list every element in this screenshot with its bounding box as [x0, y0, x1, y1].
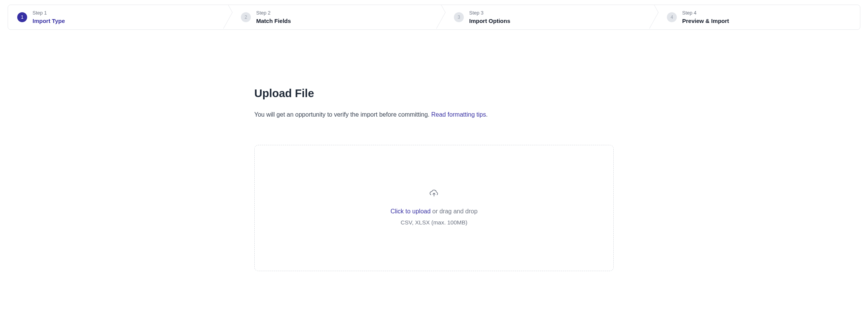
step-overline: Step 4: [682, 10, 729, 16]
step-number-badge: 2: [241, 12, 251, 22]
click-to-upload-label: Click to upload: [390, 208, 431, 214]
step-match-fields[interactable]: 2 Step 2 Match Fields: [221, 5, 434, 29]
description-text: You will get an opportunity to verify th…: [254, 111, 431, 118]
description-suffix: .: [486, 111, 488, 118]
step-title: Import Type: [33, 17, 65, 25]
step-overline: Step 3: [469, 10, 510, 16]
main-content: Upload File You will get an opportunity …: [254, 87, 614, 271]
step-import-options[interactable]: 3 Step 3 Import Options: [434, 5, 647, 29]
step-overline: Step 1: [33, 10, 65, 16]
step-title: Import Options: [469, 17, 510, 25]
formatting-tips-link[interactable]: Read formatting tips: [431, 111, 486, 118]
step-preview-import[interactable]: 4 Step 4 Preview & Import: [647, 5, 860, 29]
step-number-badge: 1: [17, 12, 27, 22]
step-title: Match Fields: [256, 17, 291, 25]
step-title: Preview & Import: [682, 17, 729, 25]
page-title: Upload File: [254, 87, 614, 100]
upload-cloud-icon: [429, 188, 439, 199]
page-description: You will get an opportunity to verify th…: [254, 111, 614, 118]
drag-drop-label: or drag and drop: [431, 208, 478, 214]
step-number-badge: 4: [667, 12, 677, 22]
file-dropzone[interactable]: Click to upload or drag and drop CSV, XL…: [254, 145, 614, 271]
import-stepper: 1 Step 1 Import Type 2 Step 2 Match Fiel…: [8, 5, 860, 30]
step-import-type[interactable]: 1 Step 1 Import Type: [8, 5, 221, 29]
file-type-hint: CSV, XLSX (max. 100MB): [390, 217, 478, 227]
step-number-badge: 3: [454, 12, 464, 22]
step-overline: Step 2: [256, 10, 291, 16]
